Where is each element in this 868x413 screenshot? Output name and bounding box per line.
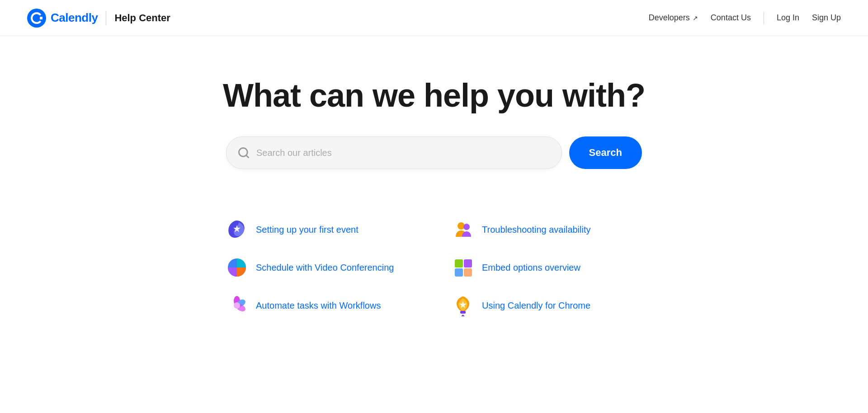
link-first-event-text: Setting up your first event: [256, 225, 359, 235]
svg-line-2: [246, 155, 248, 157]
contact-us-link[interactable]: Contact Us: [711, 13, 751, 23]
links-section: Setting up your first event Schedule wit…: [0, 196, 868, 316]
link-embed-options[interactable]: Embed options overview: [452, 257, 642, 278]
calendly-logo-icon: [27, 9, 46, 28]
hero-section: What can we help you with? Search: [0, 36, 868, 196]
header-divider: [106, 11, 106, 25]
link-workflows[interactable]: Automate tasks with Workflows: [226, 295, 416, 316]
search-container: Search: [226, 136, 642, 169]
logo-area: Calendly: [27, 9, 98, 28]
logo-text: Calendly: [51, 11, 98, 25]
log-in-link[interactable]: Log In: [777, 13, 799, 23]
flower-blob-icon: [226, 295, 248, 316]
right-links-column: Troubleshooting availability Embed optio…: [452, 219, 642, 316]
link-chrome[interactable]: Using Calendly for Chrome: [452, 295, 642, 316]
link-video-conferencing[interactable]: Schedule with Video Conferencing: [226, 257, 416, 278]
header-nav: Developers ↗ Contact Us Log In Sign Up: [649, 12, 841, 24]
developers-link[interactable]: Developers ↗: [649, 13, 698, 23]
link-troubleshooting-text: Troubleshooting availability: [482, 225, 591, 235]
link-workflows-text: Automate tasks with Workflows: [256, 300, 381, 311]
link-first-event[interactable]: Setting up your first event: [226, 219, 416, 240]
svg-point-0: [27, 9, 46, 28]
search-input[interactable]: [256, 148, 551, 158]
link-troubleshooting[interactable]: Troubleshooting availability: [452, 219, 642, 240]
hero-title: What can we help you with?: [223, 77, 645, 114]
link-video-conferencing-text: Schedule with Video Conferencing: [256, 263, 394, 273]
help-center-label: Help Center: [114, 12, 170, 24]
link-chrome-text: Using Calendly for Chrome: [482, 300, 590, 311]
svg-rect-12: [464, 259, 472, 268]
header: Calendly Help Center Developers ↗ Contac…: [0, 0, 868, 36]
header-left: Calendly Help Center: [27, 9, 170, 28]
svg-rect-13: [455, 268, 463, 277]
svg-rect-14: [464, 268, 472, 277]
people-blob-icon: [452, 219, 474, 240]
svg-point-8: [234, 302, 240, 309]
link-embed-options-text: Embed options overview: [482, 263, 580, 273]
pie-blob-icon: [226, 257, 248, 278]
search-button[interactable]: Search: [569, 136, 642, 169]
tag-blob-icon: [452, 257, 474, 278]
nav-divider: [764, 12, 764, 24]
search-icon: [237, 146, 250, 159]
search-input-wrapper: [226, 136, 562, 169]
svg-point-10: [463, 224, 470, 230]
star-blob-icon: [226, 219, 248, 240]
svg-rect-11: [455, 259, 463, 268]
trophy-blob-icon: [452, 295, 474, 316]
external-link-icon: ↗: [693, 14, 698, 22]
sign-up-link[interactable]: Sign Up: [812, 13, 841, 23]
svg-rect-15: [460, 311, 466, 314]
left-links-column: Setting up your first event Schedule wit…: [226, 219, 416, 316]
